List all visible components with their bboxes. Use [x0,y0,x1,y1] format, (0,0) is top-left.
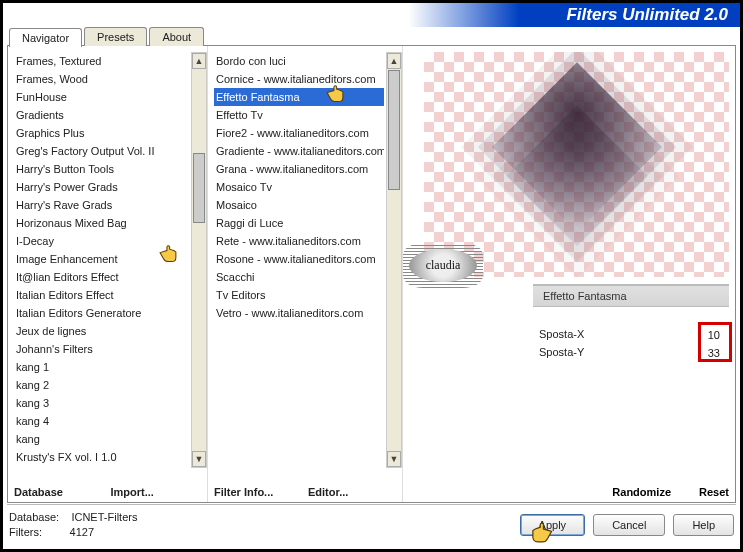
list-item[interactable]: Grana - www.italianeditors.com [214,160,384,178]
list-item[interactable]: kang 3 [14,394,189,412]
list-item[interactable]: Vetro - www.italianeditors.com [214,304,384,322]
list-item[interactable]: Harry's Button Tools [14,160,189,178]
list-item[interactable]: Italian Editors Effect [14,286,189,304]
list-item[interactable]: kang 1 [14,358,189,376]
annotation-highlight [698,322,732,362]
param-label: Sposta-X [539,328,584,342]
help-button[interactable]: Help [673,514,734,536]
scroll-up-icon[interactable]: ▲ [387,53,401,69]
list-item[interactable]: FunHouse [14,88,189,106]
database-button[interactable]: Database [14,486,105,498]
import-button[interactable]: Import... [111,486,202,498]
list-item[interactable]: Frames, Wood [14,70,189,88]
tab-strip: Navigator Presets About [9,27,206,46]
list-item[interactable]: kang 2 [14,376,189,394]
list-item[interactable]: Harry's Rave Grads [14,196,189,214]
list-item[interactable]: Gradiente - www.italianeditors.com [214,142,384,160]
category-list[interactable]: Frames, TexturedFrames, WoodFunHouseGrad… [14,52,207,468]
list-item[interactable]: Mosaico Tv [214,178,384,196]
db-value: ICNET-Filters [71,511,137,523]
list-item[interactable]: kang 4 [14,412,189,430]
title-bar: Filters Unlimited 2.0 [3,3,740,27]
list-item[interactable]: Bordo con luci [214,52,384,70]
scroll-down-icon[interactable]: ▼ [387,451,401,467]
db-label: Database: [9,511,59,523]
list-item[interactable]: Cornice - www.italianeditors.com [214,70,384,88]
filter-pane: Bordo con luciCornice - www.italianedito… [208,46,403,502]
watermark-seal: claudia [403,243,483,288]
list-item[interactable]: I-Decay [14,232,189,250]
apply-button[interactable]: Apply [520,514,586,536]
scroll-up-icon[interactable]: ▲ [192,53,206,69]
filter-info-button[interactable]: Filter Info... [214,486,302,498]
category-pane: Frames, TexturedFrames, WoodFunHouseGrad… [8,46,208,502]
list-item[interactable]: Harry's Power Grads [14,178,189,196]
list-item[interactable]: Rete - www.italianeditors.com [214,232,384,250]
app-title: Filters Unlimited 2.0 [566,5,728,25]
list-item[interactable]: Rosone - www.italianeditors.com [214,250,384,268]
list-item[interactable]: Krusty's FX vol. II 1.0 [14,466,189,468]
list-item[interactable]: Mosaico [214,196,384,214]
list-item[interactable]: Graphics Plus [14,124,189,142]
list-item[interactable]: Fiore2 - www.italianeditors.com [214,124,384,142]
list-item[interactable]: Jeux de lignes [14,322,189,340]
navigator-panel: Frames, TexturedFrames, WoodFunHouseGrad… [7,45,736,503]
category-scrollbar[interactable]: ▲ ▼ [191,52,207,468]
list-item[interactable]: Effetto Fantasma [214,88,384,106]
tab-presets[interactable]: Presets [84,27,147,46]
filters-value: 4127 [70,526,94,538]
tab-navigator[interactable]: Navigator [9,28,82,47]
list-item[interactable]: Krusty's FX vol. I 1.0 [14,448,189,466]
list-item[interactable]: Horizonaus Mixed Bag [14,214,189,232]
list-item[interactable]: It@lian Editors Effect [14,268,189,286]
reset-button[interactable]: Reset [699,486,729,498]
list-item[interactable]: Greg's Factory Output Vol. II [14,142,189,160]
list-item[interactable]: Raggi di Luce [214,214,384,232]
filters-label: Filters: [9,526,42,538]
scroll-thumb[interactable] [193,153,205,223]
editor-button[interactable]: Editor... [308,486,396,498]
list-item[interactable]: Image Enhancement [14,250,189,268]
randomize-button[interactable]: Randomize [612,486,671,498]
list-item[interactable]: Johann's Filters [14,340,189,358]
filter-list[interactable]: Bordo con luciCornice - www.italianedito… [214,52,402,468]
cancel-button[interactable]: Cancel [593,514,665,536]
list-item[interactable]: Tv Editors [214,286,384,304]
footer-bar: Database: ICNET-Filters Filters: 4127 Ap… [9,505,734,545]
list-item[interactable]: kang [14,430,189,448]
footer-info: Database: ICNET-Filters Filters: 4127 [9,510,137,540]
list-item[interactable]: Frames, Textured [14,52,189,70]
list-item[interactable]: Effetto Tv [214,106,384,124]
scroll-down-icon[interactable]: ▼ [192,451,206,467]
list-item[interactable]: Italian Editors Generatore [14,304,189,322]
tab-about[interactable]: About [149,27,204,46]
filter-scrollbar[interactable]: ▲ ▼ [386,52,402,468]
scroll-thumb[interactable] [388,70,400,190]
param-label: Sposta-Y [539,346,584,360]
list-item[interactable]: Scacchi [214,268,384,286]
list-item[interactable]: Gradients [14,106,189,124]
effect-name-header: Effetto Fantasma [533,284,729,307]
